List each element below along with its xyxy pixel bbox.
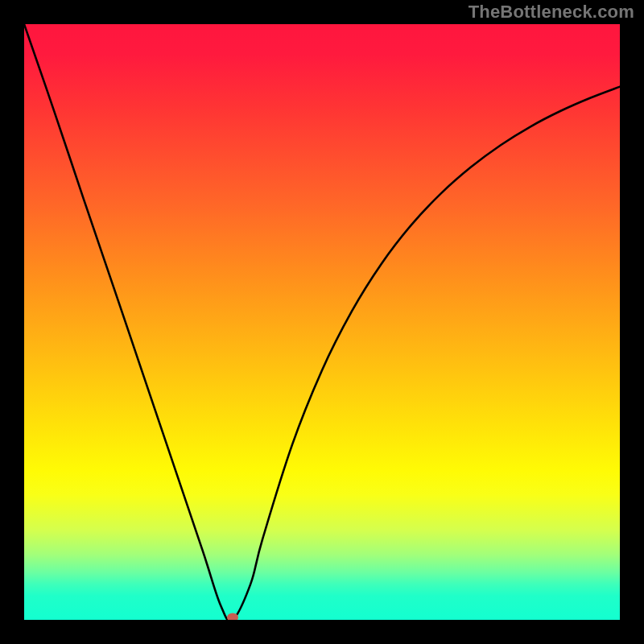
bottleneck-curve [24,24,620,620]
chart-frame: TheBottleneck.com [0,0,644,644]
optimum-marker-icon [227,613,238,621]
plot-area [24,24,620,620]
watermark-text: TheBottleneck.com [469,2,634,23]
